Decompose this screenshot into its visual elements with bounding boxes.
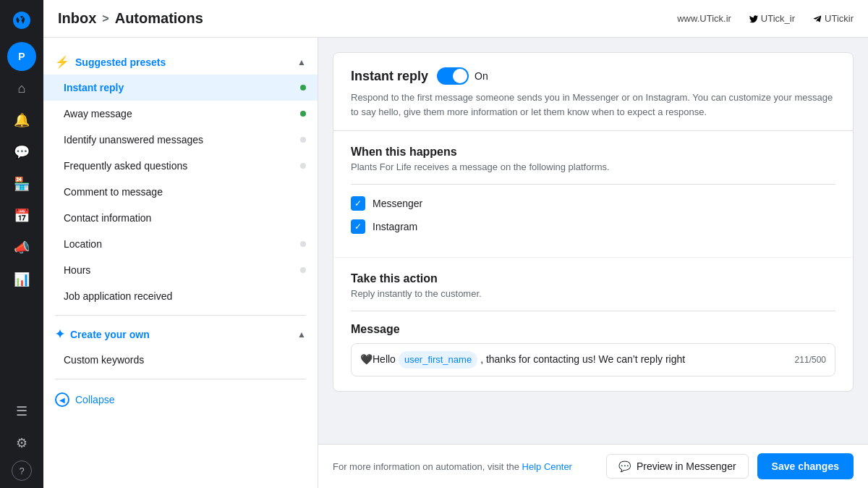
messenger-checkbox[interactable]: ✓ xyxy=(351,196,365,211)
main-panel: Instant reply On Respond to the first me… xyxy=(318,38,868,444)
messenger-label: Messenger xyxy=(373,198,422,209)
lightning-icon: ⚡ xyxy=(55,55,69,69)
char-count: 211/500 xyxy=(795,353,826,366)
sidebar-item-contact-information[interactable]: Contact information xyxy=(43,205,318,231)
breadcrumb-separator: > xyxy=(102,12,109,25)
sidebar-item-instant-reply[interactable]: Instant reply xyxy=(43,75,318,101)
user-first-name-tag[interactable]: user_first_name xyxy=(399,351,477,369)
menu-nav-icon[interactable]: ☰ xyxy=(7,397,36,426)
instagram-checkbox-item: ✓ Instagram xyxy=(351,219,835,234)
sidebar-divider xyxy=(55,315,306,316)
collapse-button[interactable]: ◀ Collapse xyxy=(43,385,318,414)
faq-dot xyxy=(300,163,306,169)
section-divider xyxy=(351,184,835,185)
take-action-section: Take this action Reply instantly to the … xyxy=(333,258,853,391)
instant-reply-title: Instant reply xyxy=(351,69,428,84)
settings-nav-icon[interactable]: ⚙ xyxy=(7,429,36,458)
megaphone-nav-icon[interactable]: 📣 xyxy=(7,233,36,262)
create-chevron-up-icon: ▲ xyxy=(297,329,306,340)
sidebar-item-location[interactable]: Location xyxy=(43,231,318,257)
away-dot xyxy=(300,111,306,117)
sidebar-item-custom-keywords[interactable]: Custom keywords xyxy=(43,347,318,373)
instagram-label: Instagram xyxy=(373,221,417,232)
sidebar-divider-2 xyxy=(55,379,306,379)
preview-in-messenger-button[interactable]: 💬 Preview in Messenger xyxy=(606,454,749,479)
help-center-link[interactable]: Help Center xyxy=(522,461,572,472)
message-content-before: 🖤Hello xyxy=(360,352,396,367)
suggested-presets-header[interactable]: ⚡ Suggested presets ▲ xyxy=(43,49,318,75)
meta-logo xyxy=(9,7,35,33)
messenger-checkbox-item: ✓ Messenger xyxy=(351,196,835,211)
hours-dot xyxy=(300,267,306,273)
bottom-actions: 💬 Preview in Messenger Save changes xyxy=(606,453,854,479)
left-navigation: P ⌂ 🔔 💬 🏪 📅 📣 📊 ☰ ⚙ ? xyxy=(0,0,43,488)
when-this-happens-section: When this happens Plants For Life receiv… xyxy=(333,131,853,258)
messenger-preview-icon: 💬 xyxy=(618,460,631,472)
create-your-own-title: ✦ Create your own xyxy=(55,327,150,341)
message-content-after: , thanks for contacting us! We can’t rep… xyxy=(480,352,685,367)
sidebar: ⚡ Suggested presets ▲ Instant reply Away… xyxy=(43,38,318,488)
message-label: Message xyxy=(351,323,835,336)
sidebar-item-identify-unanswered[interactable]: Identify unanswered messages xyxy=(43,127,318,153)
instagram-checkbox[interactable]: ✓ xyxy=(351,219,365,234)
location-dot xyxy=(300,241,306,247)
take-action-divider xyxy=(351,311,835,311)
help-text: For more information on automation, visi… xyxy=(333,461,572,472)
breadcrumb-inbox[interactable]: Inbox xyxy=(58,10,96,27)
take-action-title: Take this action xyxy=(351,272,835,285)
sidebar-item-comment-to-message[interactable]: Comment to message xyxy=(43,179,318,205)
shop-nav-icon[interactable]: 🏪 xyxy=(7,169,36,198)
save-changes-button[interactable]: Save changes xyxy=(757,453,854,479)
create-your-own-header[interactable]: ✦ Create your own ▲ xyxy=(43,321,318,347)
telegram-link: UTickir xyxy=(812,13,854,24)
instant-reply-toggle[interactable] xyxy=(437,67,469,85)
when-this-happens-title: When this happens xyxy=(351,146,835,159)
help-nav-icon[interactable]: ? xyxy=(12,460,32,481)
active-dot xyxy=(300,85,306,91)
suggested-presets-title: ⚡ Suggested presets xyxy=(55,55,166,69)
chart-nav-icon[interactable]: 📊 xyxy=(7,265,36,294)
sparkle-icon: ✦ xyxy=(55,327,64,341)
twitter-link: UTick_ir xyxy=(749,13,795,24)
home-nav-icon[interactable]: ⌂ xyxy=(7,74,36,103)
sidebar-item-job-application[interactable]: Job application received xyxy=(43,283,318,309)
breadcrumb: Inbox > Automations xyxy=(58,10,203,27)
sidebar-item-away-message[interactable]: Away message xyxy=(43,101,318,127)
sidebar-item-hours[interactable]: Hours xyxy=(43,257,318,283)
sidebar-item-faq[interactable]: Frequently asked questions xyxy=(43,153,318,179)
card-header: Instant reply On Respond to the first me… xyxy=(333,53,853,131)
card-title-row: Instant reply On xyxy=(351,67,835,85)
top-bar-links: www.UTick.ir UTick_ir UTickir xyxy=(677,13,854,24)
take-action-subtitle: Reply instantly to the customer. xyxy=(351,288,835,299)
messages-nav-icon[interactable]: 💬 xyxy=(7,138,36,167)
instant-reply-card: Instant reply On Respond to the first me… xyxy=(333,52,854,392)
main-area: Inbox > Automations www.UTick.ir UTick_i… xyxy=(43,0,868,488)
avatar-icon[interactable]: P xyxy=(7,42,36,71)
toggle-container: On xyxy=(437,67,488,85)
message-box[interactable]: 🖤Hello user_first_name , thanks for cont… xyxy=(351,343,835,376)
site-url-1: www.UTick.ir xyxy=(677,13,731,24)
breadcrumb-current: Automations xyxy=(115,10,203,27)
calendar-nav-icon[interactable]: 📅 xyxy=(7,201,36,230)
bottom-bar: For more information on automation, visi… xyxy=(318,444,868,488)
chevron-up-icon: ▲ xyxy=(297,57,306,67)
when-this-happens-subtitle: Plants For Life receives a message on th… xyxy=(351,161,835,172)
unanswered-dot xyxy=(300,137,306,143)
right-panel: Instant reply On Respond to the first me… xyxy=(318,38,868,488)
notifications-nav-icon[interactable]: 🔔 xyxy=(7,106,36,135)
top-bar: Inbox > Automations www.UTick.ir UTick_i… xyxy=(43,0,868,38)
toggle-label: On xyxy=(475,70,488,82)
toggle-knob xyxy=(453,69,467,83)
collapse-icon: ◀ xyxy=(55,392,69,407)
instant-reply-description: Respond to the first message someone sen… xyxy=(351,91,835,119)
content-area: ⚡ Suggested presets ▲ Instant reply Away… xyxy=(43,38,868,488)
